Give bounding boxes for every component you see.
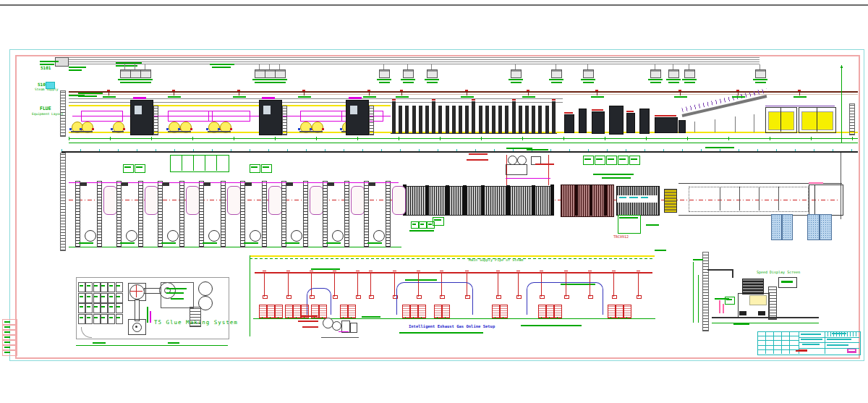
cabinet-label — [425, 79, 439, 80]
paper-roll-plan — [145, 186, 158, 215]
dryer-module — [419, 106, 422, 133]
heat-exchanger — [267, 305, 275, 318]
right-wall-column — [849, 103, 855, 135]
pedestal-panel — [749, 295, 767, 305]
dryer-module — [459, 106, 462, 133]
roll-chuck — [166, 128, 169, 130]
micro-label — [693, 259, 703, 260]
control-cabinet — [668, 69, 679, 78]
cabinet-label — [377, 79, 391, 80]
heat-exchanger — [624, 305, 631, 318]
riser-valve — [356, 295, 361, 299]
heat-exchanger — [546, 305, 554, 318]
facer-bridge — [349, 97, 362, 99]
steam-tap — [239, 92, 239, 96]
margin-label-code-1: 5101 — [41, 66, 51, 71]
starch-tank — [85, 293, 93, 303]
pallet-stack — [771, 214, 782, 240]
machine-unit — [678, 120, 686, 133]
starch-tank — [93, 314, 101, 324]
steam-tap-label — [591, 96, 604, 98]
tank-label — [109, 317, 113, 318]
dryer-valve — [472, 99, 475, 101]
starch-tank — [93, 282, 101, 292]
splice-table-divider — [193, 155, 194, 171]
tank-label — [116, 285, 120, 287]
mill-roll-stand — [158, 181, 163, 247]
control-room-box — [606, 156, 617, 165]
pump-drain — [270, 317, 271, 319]
roll-stand — [208, 131, 219, 132]
steam-valve — [237, 90, 240, 91]
speed-screen-title: Speed Display Screen — [757, 271, 800, 275]
micro-label — [469, 153, 488, 155]
cable-drop — [269, 64, 270, 69]
steam-valve — [798, 90, 801, 91]
micro-label — [841, 67, 843, 68]
machine-mark — [564, 112, 573, 114]
corrugator-divider — [425, 185, 429, 215]
glue-pipe-magenta — [506, 178, 550, 179]
control-cabinet — [265, 69, 276, 78]
micro-label — [40, 61, 59, 62]
glue-mixer — [506, 164, 527, 175]
pump-drain — [445, 317, 446, 319]
cable-drop — [431, 64, 432, 69]
steam-tap-label — [396, 96, 409, 98]
paper-roll-plan — [227, 186, 241, 215]
micro-label — [166, 288, 187, 289]
machine-divider — [575, 184, 578, 216]
dim-line — [69, 143, 858, 143]
heat-exchanger — [616, 305, 624, 318]
titleblock-row — [757, 345, 799, 346]
control-cabinet — [755, 69, 766, 78]
cable-drop — [760, 64, 760, 69]
roll-core — [332, 230, 344, 242]
machine-unit — [609, 106, 624, 135]
side-pink-mark — [719, 300, 720, 313]
splicer-frame — [81, 111, 123, 122]
splicer-line — [275, 182, 316, 183]
facer-cabin-window — [135, 106, 142, 114]
dryer-module — [512, 101, 516, 133]
cable-drop — [407, 64, 408, 69]
dryer-module — [492, 106, 495, 133]
tank-label — [116, 296, 120, 297]
heat-exchanger — [492, 305, 500, 318]
micro-label — [302, 326, 318, 328]
steam-riser — [638, 273, 639, 297]
heat-exchanger — [340, 305, 348, 318]
roll-stand — [112, 131, 124, 132]
takeoff-conveyor-belt — [689, 187, 809, 212]
paper-roll-plan — [103, 186, 117, 215]
splicer-frame — [168, 111, 213, 122]
stand-head — [286, 182, 293, 186]
heat-exchanger — [538, 305, 546, 318]
titleblock-text — [827, 344, 848, 346]
steam-tap-label — [233, 96, 246, 98]
pump-drain — [314, 317, 315, 319]
roll-core — [167, 230, 179, 242]
cable-tray-line — [69, 59, 760, 60]
paper-roll-plan — [268, 186, 282, 215]
cabinet-label — [581, 79, 595, 80]
micro-label — [409, 230, 434, 232]
roll-chuck — [178, 128, 180, 130]
micro-label — [69, 69, 82, 71]
annotation-box — [261, 164, 272, 173]
tank-label — [116, 306, 120, 307]
machine-unit — [655, 117, 678, 133]
mixer-shaft — [135, 300, 140, 321]
stand-head — [328, 182, 334, 186]
dryer-module — [446, 106, 449, 133]
steam-valve — [527, 90, 529, 91]
dryer-module — [399, 106, 402, 133]
riser-valve — [263, 295, 268, 299]
titleblock-text — [827, 339, 851, 340]
plan-top-ticks — [61, 149, 858, 151]
stand-head — [245, 182, 252, 186]
heat-exchanger — [434, 305, 442, 318]
side-floor-dim — [712, 323, 819, 323]
dryer-module — [552, 101, 556, 133]
titleblock-col — [773, 331, 774, 354]
